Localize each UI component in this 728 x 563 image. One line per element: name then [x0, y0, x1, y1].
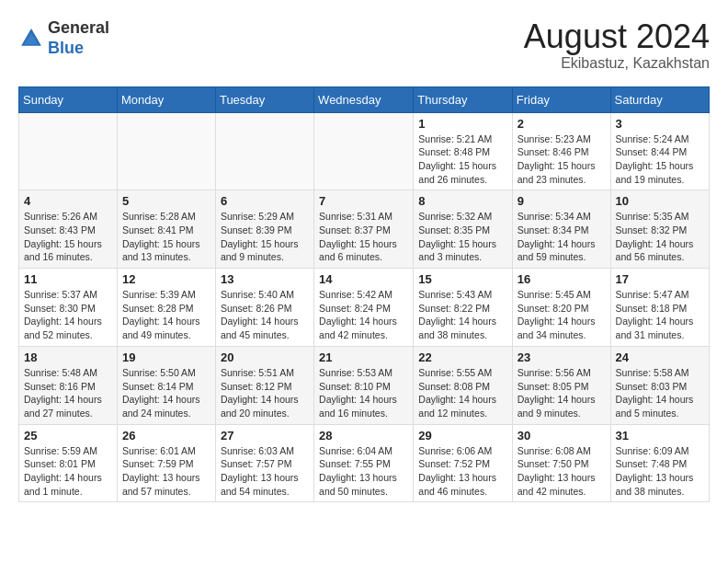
day-number: 31: [616, 429, 704, 442]
cell-info: Sunrise: 5:50 AM Sunset: 8:14 PM Dayligh…: [122, 366, 210, 420]
calendar-cell: 7Sunrise: 5:31 AM Sunset: 8:37 PM Daylig…: [314, 190, 414, 269]
day-number: 3: [616, 117, 704, 131]
weekday-header: Thursday: [414, 86, 512, 112]
calendar-cell: 12Sunrise: 5:39 AM Sunset: 8:28 PM Dayli…: [117, 269, 215, 347]
calendar-cell: 19Sunrise: 5:50 AM Sunset: 8:14 PM Dayli…: [117, 346, 215, 424]
calendar-cell: 15Sunrise: 5:43 AM Sunset: 8:22 PM Dayli…: [414, 269, 512, 347]
calendar-cell: 4Sunrise: 5:26 AM Sunset: 8:43 PM Daylig…: [19, 190, 118, 269]
weekday-header: Tuesday: [215, 86, 313, 112]
cell-info: Sunrise: 5:53 AM Sunset: 8:10 PM Dayligh…: [319, 366, 408, 420]
day-number: 2: [518, 117, 606, 131]
calendar-cell: 9Sunrise: 5:34 AM Sunset: 8:34 PM Daylig…: [512, 190, 610, 269]
weekday-header: Friday: [512, 86, 610, 112]
logo: General Blue: [18, 18, 109, 58]
cell-info: Sunrise: 5:58 AM Sunset: 8:03 PM Dayligh…: [616, 366, 704, 420]
title-block: August 2024 Ekibastuz, Kazakhstan: [524, 18, 710, 72]
day-number: 10: [616, 194, 704, 208]
cell-info: Sunrise: 5:23 AM Sunset: 8:46 PM Dayligh…: [518, 132, 606, 187]
day-number: 17: [616, 272, 704, 286]
day-number: 24: [616, 350, 704, 364]
calendar-cell: [117, 112, 215, 190]
day-number: 15: [418, 272, 506, 286]
cell-info: Sunrise: 6:09 AM Sunset: 7:48 PM Dayligh…: [616, 444, 704, 499]
day-number: 18: [24, 350, 112, 364]
day-number: 12: [122, 272, 210, 286]
calendar-cell: 18Sunrise: 5:48 AM Sunset: 8:16 PM Dayli…: [19, 346, 118, 424]
calendar-cell: 29Sunrise: 6:06 AM Sunset: 7:52 PM Dayli…: [414, 424, 512, 502]
cell-info: Sunrise: 6:01 AM Sunset: 7:59 PM Dayligh…: [122, 444, 210, 499]
logo-blue-text: Blue: [48, 39, 84, 57]
cell-info: Sunrise: 6:08 AM Sunset: 7:50 PM Dayligh…: [518, 444, 606, 499]
cell-info: Sunrise: 5:31 AM Sunset: 8:37 PM Dayligh…: [319, 210, 408, 264]
cell-info: Sunrise: 6:03 AM Sunset: 7:57 PM Dayligh…: [221, 444, 309, 499]
calendar-cell: 24Sunrise: 5:58 AM Sunset: 8:03 PM Dayli…: [610, 346, 709, 424]
cell-info: Sunrise: 5:39 AM Sunset: 8:28 PM Dayligh…: [122, 288, 210, 342]
cell-info: Sunrise: 5:55 AM Sunset: 8:08 PM Dayligh…: [418, 366, 506, 420]
day-number: 29: [418, 429, 506, 442]
calendar-cell: 17Sunrise: 5:47 AM Sunset: 8:18 PM Dayli…: [610, 269, 709, 347]
calendar-cell: 8Sunrise: 5:32 AM Sunset: 8:35 PM Daylig…: [414, 190, 512, 269]
cell-info: Sunrise: 6:06 AM Sunset: 7:52 PM Dayligh…: [418, 444, 506, 499]
cell-info: Sunrise: 6:04 AM Sunset: 7:55 PM Dayligh…: [319, 444, 408, 499]
day-number: 26: [122, 429, 210, 442]
cell-info: Sunrise: 5:28 AM Sunset: 8:41 PM Dayligh…: [122, 210, 210, 264]
calendar-cell: 5Sunrise: 5:28 AM Sunset: 8:41 PM Daylig…: [117, 190, 215, 269]
calendar-cell: 2Sunrise: 5:23 AM Sunset: 8:46 PM Daylig…: [512, 112, 610, 190]
calendar-cell: 30Sunrise: 6:08 AM Sunset: 7:50 PM Dayli…: [512, 424, 610, 502]
cell-info: Sunrise: 5:29 AM Sunset: 8:39 PM Dayligh…: [221, 210, 309, 264]
cell-info: Sunrise: 5:24 AM Sunset: 8:44 PM Dayligh…: [616, 132, 704, 187]
calendar-week-row: 1Sunrise: 5:21 AM Sunset: 8:48 PM Daylig…: [19, 112, 710, 190]
day-number: 9: [518, 194, 606, 208]
cell-info: Sunrise: 5:51 AM Sunset: 8:12 PM Dayligh…: [221, 366, 309, 420]
calendar-cell: 10Sunrise: 5:35 AM Sunset: 8:32 PM Dayli…: [610, 190, 709, 269]
calendar-week-row: 18Sunrise: 5:48 AM Sunset: 8:16 PM Dayli…: [19, 346, 710, 424]
calendar-cell: 3Sunrise: 5:24 AM Sunset: 8:44 PM Daylig…: [610, 112, 709, 190]
day-number: 19: [122, 350, 210, 364]
calendar-week-row: 4Sunrise: 5:26 AM Sunset: 8:43 PM Daylig…: [19, 190, 710, 269]
weekday-header: Saturday: [610, 86, 709, 112]
calendar-week-row: 11Sunrise: 5:37 AM Sunset: 8:30 PM Dayli…: [19, 269, 710, 347]
day-number: 28: [319, 429, 408, 442]
cell-info: Sunrise: 5:37 AM Sunset: 8:30 PM Dayligh…: [24, 288, 112, 342]
cell-info: Sunrise: 5:32 AM Sunset: 8:35 PM Dayligh…: [418, 210, 506, 264]
calendar: SundayMondayTuesdayWednesdayThursdayFrid…: [18, 86, 710, 503]
cell-info: Sunrise: 5:47 AM Sunset: 8:18 PM Dayligh…: [616, 288, 704, 342]
calendar-cell: 26Sunrise: 6:01 AM Sunset: 7:59 PM Dayli…: [117, 424, 215, 502]
calendar-cell: 13Sunrise: 5:40 AM Sunset: 8:26 PM Dayli…: [215, 269, 313, 347]
calendar-cell: 31Sunrise: 6:09 AM Sunset: 7:48 PM Dayli…: [610, 424, 709, 502]
weekday-header: Sunday: [19, 86, 118, 112]
day-number: 14: [319, 272, 408, 286]
day-number: 1: [418, 117, 506, 131]
weekday-header: Wednesday: [314, 86, 414, 112]
cell-info: Sunrise: 5:43 AM Sunset: 8:22 PM Dayligh…: [418, 288, 506, 342]
calendar-cell: 16Sunrise: 5:45 AM Sunset: 8:20 PM Dayli…: [512, 269, 610, 347]
weekday-header-row: SundayMondayTuesdayWednesdayThursdayFrid…: [19, 86, 710, 112]
cell-info: Sunrise: 5:48 AM Sunset: 8:16 PM Dayligh…: [24, 366, 112, 420]
calendar-cell: [19, 112, 118, 190]
cell-info: Sunrise: 5:59 AM Sunset: 8:01 PM Dayligh…: [24, 444, 112, 499]
page: General Blue August 2024 Ekibastuz, Kaza…: [0, 0, 728, 511]
cell-info: Sunrise: 5:26 AM Sunset: 8:43 PM Dayligh…: [24, 210, 112, 264]
cell-info: Sunrise: 5:45 AM Sunset: 8:20 PM Dayligh…: [518, 288, 606, 342]
calendar-cell: 27Sunrise: 6:03 AM Sunset: 7:57 PM Dayli…: [215, 424, 313, 502]
day-number: 5: [122, 194, 210, 208]
day-number: 22: [418, 350, 506, 364]
calendar-cell: 28Sunrise: 6:04 AM Sunset: 7:55 PM Dayli…: [314, 424, 414, 502]
calendar-cell: 21Sunrise: 5:53 AM Sunset: 8:10 PM Dayli…: [314, 346, 414, 424]
calendar-week-row: 25Sunrise: 5:59 AM Sunset: 8:01 PM Dayli…: [19, 424, 710, 502]
cell-info: Sunrise: 5:35 AM Sunset: 8:32 PM Dayligh…: [616, 210, 704, 264]
cell-info: Sunrise: 5:56 AM Sunset: 8:05 PM Dayligh…: [518, 366, 606, 420]
calendar-cell: 22Sunrise: 5:55 AM Sunset: 8:08 PM Dayli…: [414, 346, 512, 424]
cell-info: Sunrise: 5:34 AM Sunset: 8:34 PM Dayligh…: [518, 210, 606, 264]
day-number: 7: [319, 194, 408, 208]
header: General Blue August 2024 Ekibastuz, Kaza…: [18, 18, 710, 72]
day-number: 20: [221, 350, 309, 364]
calendar-cell: [215, 112, 313, 190]
day-number: 25: [24, 429, 112, 442]
cell-info: Sunrise: 5:40 AM Sunset: 8:26 PM Dayligh…: [221, 288, 309, 342]
day-number: 27: [221, 429, 309, 442]
day-number: 30: [518, 429, 606, 442]
weekday-header: Monday: [117, 86, 215, 112]
day-number: 16: [518, 272, 606, 286]
month-year: August 2024: [524, 18, 710, 55]
